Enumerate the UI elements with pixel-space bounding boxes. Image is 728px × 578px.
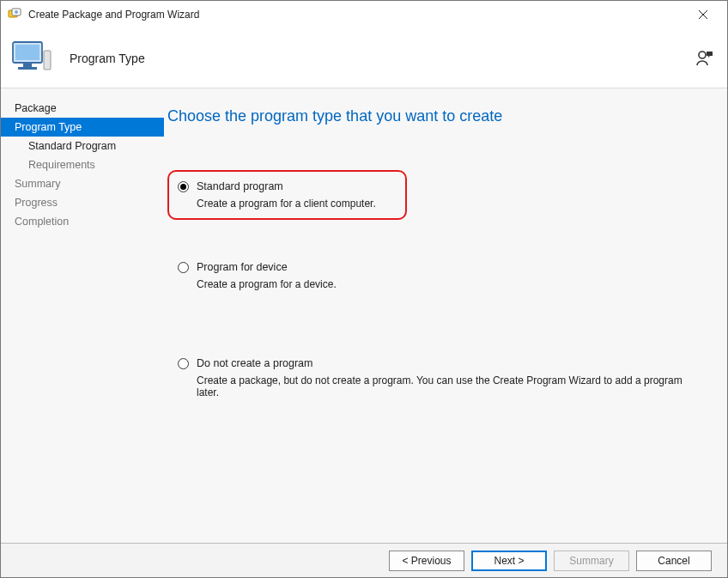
close-button[interactable] bbox=[686, 3, 720, 27]
svg-point-10 bbox=[699, 52, 706, 58]
wizard-window: Create Package and Program Wizard Progra… bbox=[0, 0, 728, 578]
nav-standard-program[interactable]: Standard Program bbox=[1, 137, 164, 155]
feedback-icon[interactable] bbox=[695, 48, 715, 69]
option-standard-program[interactable]: Standard program Create a program for a … bbox=[167, 170, 705, 220]
option-label: Do not create a program bbox=[197, 357, 313, 369]
page-title: Program Type bbox=[70, 52, 145, 65]
sidebar: Package Program Type Standard Program Re… bbox=[1, 88, 164, 543]
radio-program-for-device[interactable] bbox=[178, 262, 189, 273]
svg-rect-7 bbox=[23, 63, 32, 67]
option-do-not-create[interactable]: Do not create a program Create a package… bbox=[167, 357, 705, 399]
option-label: Program for device bbox=[197, 261, 288, 273]
summary-button: Summary bbox=[554, 551, 629, 571]
app-icon bbox=[8, 8, 21, 21]
nav-program-type[interactable]: Program Type bbox=[1, 118, 164, 137]
wizard-header: Program Type bbox=[1, 28, 727, 88]
content-area: Choose the program type that you want to… bbox=[164, 88, 727, 543]
computer-icon bbox=[11, 37, 54, 80]
svg-rect-6 bbox=[15, 45, 39, 60]
option-program-for-device[interactable]: Program for device Create a program for … bbox=[167, 261, 705, 290]
radio-standard-program[interactable] bbox=[178, 181, 189, 192]
previous-button[interactable]: < Previous bbox=[389, 551, 464, 571]
titlebar: Create Package and Program Wizard bbox=[1, 1, 727, 28]
nav-requirements[interactable]: Requirements bbox=[1, 155, 164, 174]
nav-completion[interactable]: Completion bbox=[1, 212, 164, 231]
nav-summary[interactable]: Summary bbox=[1, 174, 164, 193]
next-button[interactable]: Next > bbox=[471, 551, 547, 571]
nav-progress[interactable]: Progress bbox=[1, 193, 164, 212]
nav-package[interactable]: Package bbox=[1, 99, 164, 118]
svg-rect-9 bbox=[44, 51, 51, 70]
radio-do-not-create[interactable] bbox=[178, 358, 189, 369]
content-heading: Choose the program type that you want to… bbox=[167, 107, 705, 125]
option-description: Create a program for a client computer. bbox=[197, 198, 376, 210]
wizard-footer: < Previous Next > Summary Cancel bbox=[1, 543, 727, 577]
option-description: Create a package, but do not create a pr… bbox=[197, 374, 705, 399]
highlight-box: Standard program Create a program for a … bbox=[167, 170, 407, 220]
window-title: Create Package and Program Wizard bbox=[28, 9, 199, 21]
cancel-button[interactable]: Cancel bbox=[636, 551, 712, 571]
option-description: Create a program for a device. bbox=[197, 278, 705, 290]
svg-point-2 bbox=[15, 10, 18, 14]
option-label: Standard program bbox=[197, 180, 283, 192]
svg-rect-8 bbox=[18, 67, 37, 70]
wizard-body: Package Program Type Standard Program Re… bbox=[1, 88, 727, 543]
